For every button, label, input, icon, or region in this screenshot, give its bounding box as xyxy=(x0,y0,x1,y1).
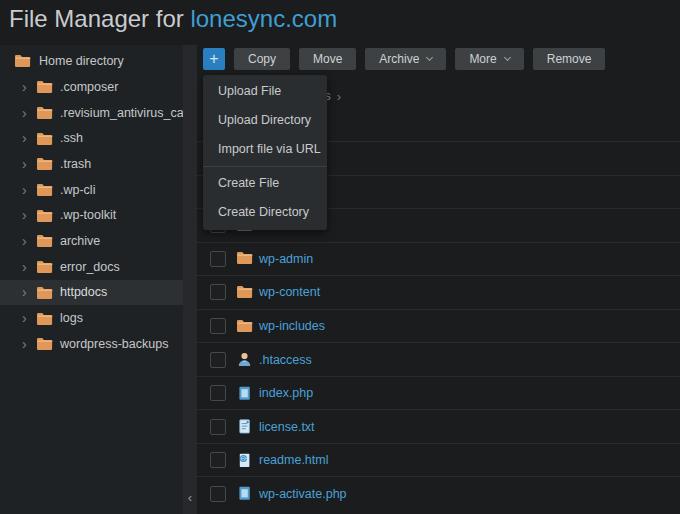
php-file-icon xyxy=(236,385,253,402)
sidebar-item-wordpress-backups[interactable]: ›wordpress-backups xyxy=(0,331,183,357)
chevron-right-icon[interactable]: › xyxy=(22,157,32,171)
collapse-sidebar-icon[interactable]: ‹ xyxy=(183,491,197,504)
menu-item-create-file[interactable]: Create File xyxy=(203,169,327,198)
row-checkbox[interactable] xyxy=(210,284,226,300)
row-checkbox[interactable] xyxy=(210,352,226,368)
folder-icon xyxy=(36,156,53,171)
row-checkbox[interactable] xyxy=(210,452,226,468)
folder-icon xyxy=(236,250,253,267)
chevron-right-icon[interactable]: › xyxy=(22,183,32,197)
chevron-right-icon[interactable]: › xyxy=(22,208,32,222)
chevron-right-icon[interactable]: › xyxy=(22,337,32,351)
sidebar-item-label: .composer xyxy=(60,80,118,94)
folder-icon xyxy=(36,208,53,223)
sidebar-item-label: .revisium_antivirus_cache xyxy=(60,106,183,120)
text-file-icon xyxy=(236,418,253,435)
add-button[interactable]: + xyxy=(203,48,225,70)
row-checkbox[interactable] xyxy=(210,385,226,401)
file-link[interactable]: license.txt xyxy=(259,420,315,434)
sidebar-item-dot-trash[interactable]: ›.trash xyxy=(0,151,183,177)
sidebar: Home directory ›.composer›.revisium_anti… xyxy=(0,45,183,514)
file-link[interactable]: .htaccess xyxy=(259,353,312,367)
sidebar-item-archive[interactable]: ›archive xyxy=(0,228,183,254)
row-checkbox[interactable] xyxy=(210,419,226,435)
sidebar-item-dot-composer[interactable]: ›.composer xyxy=(0,74,183,100)
toolbar: + CopyMoveArchiveMoreRemove xyxy=(203,48,605,70)
row-checkbox[interactable] xyxy=(210,251,226,267)
folder-icon xyxy=(36,182,53,197)
folder-icon xyxy=(36,131,53,146)
row-checkbox[interactable] xyxy=(210,318,226,334)
folder-icon xyxy=(36,259,53,274)
more-button[interactable]: More xyxy=(455,48,523,70)
archive-button[interactable]: Archive xyxy=(365,48,446,70)
menu-item-create-directory[interactable]: Create Directory xyxy=(203,198,327,227)
table-row-license-txt: license.txt xyxy=(197,409,680,443)
sidebar-item-dot-wp-toolkit[interactable]: ›.wp-toolkit xyxy=(0,202,183,228)
user-file-icon xyxy=(236,351,253,368)
file-link[interactable]: wp-includes xyxy=(259,319,325,333)
table-row-wp-admin: wp-admin xyxy=(197,242,680,276)
sidebar-item-error-docs[interactable]: ›error_docs xyxy=(0,254,183,280)
table-row-wp-content: wp-content xyxy=(197,275,680,309)
button-label: Move xyxy=(313,52,342,66)
menu-item-upload-file[interactable]: Upload File xyxy=(203,77,327,106)
table-row-wp-activate-php: wp-activate.php xyxy=(197,476,680,510)
sidebar-splitter[interactable]: ‹ xyxy=(183,45,197,514)
table-row-wp-includes: wp-includes xyxy=(197,309,680,343)
sidebar-item-dot-revisium-antivirus-cache[interactable]: ›.revisium_antivirus_cache xyxy=(0,100,183,126)
folder-icon xyxy=(36,311,53,326)
chevron-down-icon xyxy=(426,54,433,61)
sidebar-item-logs[interactable]: ›logs xyxy=(0,305,183,331)
sidebar-item-dot-ssh[interactable]: ›.ssh xyxy=(0,125,183,151)
menu-item-import-file-via-url[interactable]: Import file via URL xyxy=(203,135,327,164)
sidebar-item-label: logs xyxy=(60,311,83,325)
folder-icon xyxy=(36,79,53,94)
sidebar-item-httpdocs[interactable]: ›httpdocs xyxy=(0,280,183,306)
file-link[interactable]: wp-activate.php xyxy=(259,487,347,501)
chevron-right-icon[interactable]: › xyxy=(22,106,32,120)
sidebar-item-label: httpdocs xyxy=(60,285,107,299)
remove-button[interactable]: Remove xyxy=(533,48,606,70)
chevron-right-icon[interactable]: › xyxy=(22,311,32,325)
chevron-right-icon[interactable]: › xyxy=(22,285,32,299)
sidebar-item-dot-wp-cli[interactable]: ›.wp-cli xyxy=(0,177,183,203)
main-pane: Home directory › httpdocs › wp-adminwp-c… xyxy=(197,45,680,514)
sidebar-root-label: Home directory xyxy=(39,54,124,68)
page-title-prefix: File Manager for xyxy=(9,5,190,32)
chevron-right-icon[interactable]: › xyxy=(22,260,32,274)
button-label: Copy xyxy=(248,52,276,66)
header: File Manager for lonesync.com xyxy=(0,0,680,45)
chevron-right-icon[interactable]: › xyxy=(22,80,32,94)
menu-item-upload-directory[interactable]: Upload Directory xyxy=(203,106,327,135)
toolbar-buttons: CopyMoveArchiveMoreRemove xyxy=(234,48,605,70)
chevron-right-icon[interactable]: › xyxy=(22,131,32,145)
chevron-down-icon xyxy=(504,54,511,61)
breadcrumb-separator-icon[interactable]: › xyxy=(337,89,341,104)
copy-button[interactable]: Copy xyxy=(234,48,290,70)
row-checkbox[interactable] xyxy=(210,486,226,502)
file-link[interactable]: wp-admin xyxy=(259,252,313,266)
sidebar-item-label: .ssh xyxy=(60,131,83,145)
page-title-domain: lonesync.com xyxy=(190,5,337,32)
file-link[interactable]: index.php xyxy=(259,386,313,400)
file-link[interactable]: wp-content xyxy=(259,285,320,299)
table-row-readme-html: readme.html xyxy=(197,443,680,477)
chevron-right-icon[interactable]: › xyxy=(22,234,32,248)
folder-icon xyxy=(236,318,253,335)
file-manager-app: { "header": { "title_prefix": "File Mana… xyxy=(0,0,680,514)
move-button[interactable]: Move xyxy=(299,48,356,70)
file-link[interactable]: readme.html xyxy=(259,453,328,467)
folder-icon xyxy=(36,233,53,248)
button-label: Remove xyxy=(547,52,592,66)
add-dropdown-menu: Upload FileUpload DirectoryImport file v… xyxy=(203,75,327,230)
page-title: File Manager for lonesync.com xyxy=(9,5,337,33)
sidebar-item-label: wordpress-backups xyxy=(60,337,168,351)
sidebar-item-home-directory[interactable]: Home directory xyxy=(0,48,183,73)
table-row-index-php: index.php xyxy=(197,376,680,410)
folder-icon xyxy=(36,105,53,120)
sidebar-item-label: .wp-cli xyxy=(60,183,95,197)
button-label: Archive xyxy=(379,52,419,66)
php-file-icon xyxy=(236,485,253,502)
folder-icon xyxy=(36,336,53,351)
